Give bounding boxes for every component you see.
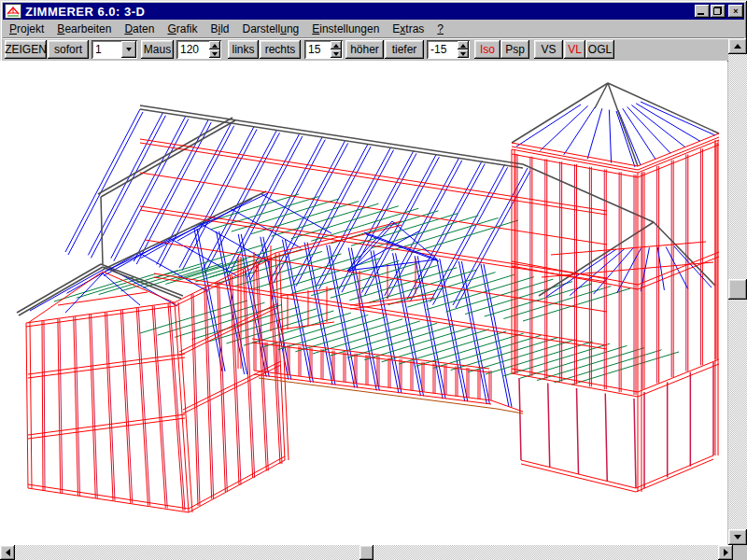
menu-extras[interactable]: Extras <box>386 21 430 36</box>
scrollbar-corner <box>733 545 747 560</box>
vertical-scrollbar[interactable] <box>728 38 747 545</box>
zeigen-button[interactable]: ZEIGEN <box>5 40 47 59</box>
window-title: ZIMMERER 6.0: 3-D <box>25 5 145 19</box>
title-bar[interactable]: ZIMMERER 6.0: 3-D × <box>3 3 744 20</box>
scroll-right-button[interactable] <box>718 545 733 560</box>
spinner-up-icon <box>460 44 466 48</box>
close-icon: × <box>733 7 738 16</box>
height-step-spinner-up[interactable] <box>331 41 342 49</box>
vs-button[interactable]: VS <box>534 40 563 59</box>
scroll-down-button[interactable] <box>728 529 747 545</box>
rotate-step-spinner-down[interactable] <box>209 49 220 58</box>
rotate-step-spinner-up[interactable] <box>209 41 220 49</box>
arrow-up-icon <box>734 44 741 49</box>
menu-grafik[interactable]: Grafik <box>161 21 204 36</box>
hoeher-button[interactable]: höher <box>345 40 384 59</box>
restore-button[interactable] <box>711 5 726 18</box>
rotate-step-spinner[interactable]: 120 <box>176 40 221 59</box>
scroll-up-button[interactable] <box>728 38 747 54</box>
spinner-down-icon <box>460 52 466 56</box>
menu-einstellungen[interactable]: Einstellungen <box>305 21 386 36</box>
titlebar-buttons: × <box>694 3 744 20</box>
close-button[interactable]: × <box>728 5 743 18</box>
vl-button[interactable]: VL <box>564 40 585 59</box>
links-button[interactable]: links <box>228 40 259 59</box>
menu-help[interactable]: ? <box>430 21 450 36</box>
view-combobox-dropdown[interactable] <box>121 41 136 58</box>
spinner-up-icon <box>333 44 339 48</box>
height-step-spinner[interactable]: 15 <box>304 40 343 59</box>
arrow-down-icon <box>734 535 741 539</box>
menu-bearbeiten[interactable]: Bearbeiten <box>50 21 118 36</box>
view-combobox[interactable]: 1 <box>92 40 137 59</box>
app-window: ZIMMERER 6.0: 3-D × ProjektBearbeitenDat… <box>0 0 747 560</box>
spinner-up-icon <box>212 44 218 48</box>
minimize-button[interactable] <box>695 5 710 18</box>
iso-button[interactable]: Iso <box>474 40 500 59</box>
menu-projekt[interactable]: Projekt <box>3 21 50 36</box>
menu-bar: ProjektBearbeitenDatenGrafikBildDarstell… <box>3 20 744 38</box>
menu-daten[interactable]: Daten <box>118 21 161 36</box>
ogl-button[interactable]: OGL <box>585 40 614 59</box>
horizontal-scroll-thumb[interactable] <box>359 545 374 560</box>
maus-button[interactable]: Maus <box>141 40 174 59</box>
wireframe-house-drawing <box>0 61 727 545</box>
arrow-left-icon <box>6 549 10 556</box>
drawing-canvas[interactable] <box>0 61 727 545</box>
scroll-left-button[interactable] <box>0 545 15 560</box>
minimize-icon <box>698 13 704 15</box>
menu-darstellung[interactable]: Darstellung <box>236 21 306 36</box>
tilt-spinner-down[interactable] <box>458 49 469 58</box>
psp-button[interactable]: Psp <box>500 40 529 59</box>
restore-icon <box>713 7 722 15</box>
toolbar: ZEIGENsofort1Maus120linksrechts15höherti… <box>3 38 744 62</box>
arrow-right-icon <box>724 549 728 556</box>
app-icon <box>5 4 21 19</box>
height-step-spinner-down[interactable] <box>331 49 342 58</box>
rechts-button[interactable]: rechts <box>260 40 301 59</box>
tilt-spinner[interactable]: -15 <box>427 40 470 59</box>
spinner-down-icon <box>212 52 218 56</box>
sofort-button[interactable]: sofort <box>48 40 89 59</box>
spinner-down-icon <box>333 52 339 56</box>
dropdown-icon <box>126 48 132 51</box>
horizontal-scrollbar[interactable] <box>0 545 733 560</box>
tiefer-button[interactable]: tiefer <box>385 40 424 59</box>
tilt-spinner-up[interactable] <box>458 41 469 49</box>
vertical-scroll-thumb[interactable] <box>728 279 747 300</box>
menu-bild[interactable]: Bild <box>204 21 235 36</box>
